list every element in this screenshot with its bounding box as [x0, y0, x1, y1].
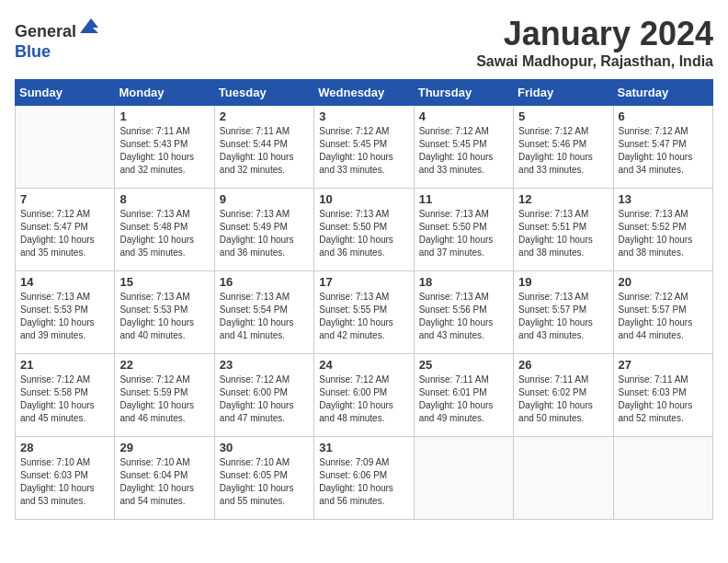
calendar-subtitle: Sawai Madhopur, Rajasthan, India: [476, 53, 713, 70]
day-info: Sunrise: 7:11 AM Sunset: 5:43 PM Dayligh…: [119, 125, 209, 177]
day-number: 19: [518, 275, 608, 289]
day-number: 22: [119, 358, 209, 372]
calendar-cell: 1Sunrise: 7:11 AM Sunset: 5:43 PM Daylig…: [115, 106, 214, 189]
day-info: Sunrise: 7:10 AM Sunset: 6:03 PM Dayligh…: [20, 456, 109, 508]
calendar-cell: 4Sunrise: 7:12 AM Sunset: 5:45 PM Daylig…: [414, 106, 513, 189]
day-number: 9: [220, 192, 309, 206]
day-number: 21: [20, 358, 109, 372]
weekday-header-monday: Monday: [115, 80, 214, 106]
day-info: Sunrise: 7:10 AM Sunset: 6:04 PM Dayligh…: [119, 456, 209, 508]
day-info: Sunrise: 7:12 AM Sunset: 5:45 PM Dayligh…: [419, 125, 508, 177]
calendar-cell: 11Sunrise: 7:13 AM Sunset: 5:50 PM Dayli…: [414, 189, 513, 271]
weekday-header-saturday: Saturday: [613, 80, 712, 106]
week-row-1: 7Sunrise: 7:12 AM Sunset: 5:47 PM Daylig…: [16, 189, 713, 271]
logo-general: General: [15, 22, 76, 40]
day-info: Sunrise: 7:13 AM Sunset: 5:54 PM Dayligh…: [220, 291, 309, 342]
calendar-cell: [514, 437, 613, 520]
day-number: 6: [619, 109, 708, 123]
day-number: 14: [20, 275, 109, 289]
weekday-header-friday: Friday: [514, 80, 613, 106]
day-number: 26: [518, 358, 608, 372]
day-info: Sunrise: 7:13 AM Sunset: 5:57 PM Dayligh…: [518, 291, 608, 342]
weekday-header-thursday: Thursday: [414, 80, 513, 106]
day-number: 23: [220, 358, 309, 372]
day-number: 16: [220, 275, 309, 289]
day-info: Sunrise: 7:12 AM Sunset: 5:58 PM Dayligh…: [20, 373, 109, 425]
logo: General Blue: [15, 15, 100, 62]
day-number: 20: [619, 275, 708, 289]
logo-blue: Blue: [15, 42, 51, 61]
calendar-cell: 14Sunrise: 7:13 AM Sunset: 5:53 PM Dayli…: [16, 271, 115, 354]
day-number: 4: [419, 109, 508, 123]
calendar-cell: 3Sunrise: 7:12 AM Sunset: 5:45 PM Daylig…: [314, 106, 414, 189]
calendar-cell: 31Sunrise: 7:09 AM Sunset: 6:06 PM Dayli…: [314, 437, 414, 520]
calendar-cell: 15Sunrise: 7:13 AM Sunset: 5:53 PM Dayli…: [115, 271, 214, 354]
day-number: 15: [119, 275, 209, 289]
calendar-cell: 19Sunrise: 7:13 AM Sunset: 5:57 PM Dayli…: [514, 271, 613, 354]
day-number: 2: [220, 109, 309, 123]
calendar-cell: 20Sunrise: 7:12 AM Sunset: 5:57 PM Dayli…: [613, 271, 712, 354]
day-info: Sunrise: 7:12 AM Sunset: 6:00 PM Dayligh…: [319, 373, 408, 425]
day-info: Sunrise: 7:12 AM Sunset: 5:57 PM Dayligh…: [619, 291, 708, 342]
day-info: Sunrise: 7:12 AM Sunset: 5:47 PM Dayligh…: [619, 125, 708, 177]
day-number: 10: [319, 192, 408, 206]
calendar-cell: 7Sunrise: 7:12 AM Sunset: 5:47 PM Daylig…: [16, 189, 115, 271]
calendar-cell: 13Sunrise: 7:13 AM Sunset: 5:52 PM Dayli…: [613, 189, 712, 271]
day-info: Sunrise: 7:13 AM Sunset: 5:53 PM Dayligh…: [20, 291, 109, 342]
day-info: Sunrise: 7:11 AM Sunset: 6:02 PM Dayligh…: [518, 373, 608, 425]
calendar-cell: 17Sunrise: 7:13 AM Sunset: 5:55 PM Dayli…: [314, 271, 414, 354]
weekday-header-tuesday: Tuesday: [214, 80, 313, 106]
calendar-cell: 25Sunrise: 7:11 AM Sunset: 6:01 PM Dayli…: [414, 354, 513, 437]
week-row-2: 14Sunrise: 7:13 AM Sunset: 5:53 PM Dayli…: [16, 271, 713, 354]
day-info: Sunrise: 7:12 AM Sunset: 5:59 PM Dayligh…: [119, 373, 209, 425]
calendar-cell: 8Sunrise: 7:13 AM Sunset: 5:48 PM Daylig…: [115, 189, 214, 271]
week-row-4: 28Sunrise: 7:10 AM Sunset: 6:03 PM Dayli…: [16, 437, 713, 520]
day-info: Sunrise: 7:13 AM Sunset: 5:50 PM Dayligh…: [419, 208, 508, 259]
calendar-cell: 10Sunrise: 7:13 AM Sunset: 5:50 PM Dayli…: [314, 189, 414, 271]
day-info: Sunrise: 7:11 AM Sunset: 6:01 PM Dayligh…: [419, 373, 508, 425]
calendar-cell: 12Sunrise: 7:13 AM Sunset: 5:51 PM Dayli…: [514, 189, 613, 271]
calendar-cell: [16, 106, 115, 189]
day-info: Sunrise: 7:11 AM Sunset: 6:03 PM Dayligh…: [619, 373, 708, 425]
svg-marker-0: [80, 18, 98, 33]
day-info: Sunrise: 7:10 AM Sunset: 6:05 PM Dayligh…: [220, 456, 309, 508]
day-number: 13: [619, 192, 708, 206]
calendar-cell: 29Sunrise: 7:10 AM Sunset: 6:04 PM Dayli…: [115, 437, 214, 520]
day-info: Sunrise: 7:11 AM Sunset: 5:44 PM Dayligh…: [220, 125, 309, 177]
calendar-cell: 16Sunrise: 7:13 AM Sunset: 5:54 PM Dayli…: [214, 271, 313, 354]
day-number: 3: [319, 109, 408, 123]
calendar-cell: 24Sunrise: 7:12 AM Sunset: 6:00 PM Dayli…: [314, 354, 414, 437]
day-number: 27: [619, 358, 708, 372]
calendar-body: 1Sunrise: 7:11 AM Sunset: 5:43 PM Daylig…: [16, 106, 713, 520]
calendar-cell: [414, 437, 513, 520]
weekday-header-sunday: Sunday: [16, 80, 115, 106]
page-header: General Blue January 2024 Sawai Madhopur…: [15, 15, 713, 70]
day-number: 1: [119, 109, 209, 123]
day-number: 25: [419, 358, 508, 372]
logo-icon: [78, 15, 100, 37]
week-row-3: 21Sunrise: 7:12 AM Sunset: 5:58 PM Dayli…: [16, 354, 713, 437]
day-number: 18: [419, 275, 508, 289]
day-number: 11: [419, 192, 508, 206]
calendar-cell: 6Sunrise: 7:12 AM Sunset: 5:47 PM Daylig…: [613, 106, 712, 189]
calendar-cell: [613, 437, 712, 520]
day-number: 30: [220, 441, 309, 454]
calendar-cell: 5Sunrise: 7:12 AM Sunset: 5:46 PM Daylig…: [514, 106, 613, 189]
calendar-cell: 30Sunrise: 7:10 AM Sunset: 6:05 PM Dayli…: [214, 437, 313, 520]
weekday-header-wednesday: Wednesday: [314, 80, 414, 106]
calendar-cell: 21Sunrise: 7:12 AM Sunset: 5:58 PM Dayli…: [16, 354, 115, 437]
day-number: 8: [119, 192, 209, 206]
calendar-cell: 23Sunrise: 7:12 AM Sunset: 6:00 PM Dayli…: [214, 354, 313, 437]
calendar-cell: 2Sunrise: 7:11 AM Sunset: 5:44 PM Daylig…: [214, 106, 313, 189]
calendar-cell: 9Sunrise: 7:13 AM Sunset: 5:49 PM Daylig…: [214, 189, 313, 271]
calendar-cell: 26Sunrise: 7:11 AM Sunset: 6:02 PM Dayli…: [514, 354, 613, 437]
calendar-cell: 18Sunrise: 7:13 AM Sunset: 5:56 PM Dayli…: [414, 271, 513, 354]
day-number: 24: [319, 358, 408, 372]
day-info: Sunrise: 7:13 AM Sunset: 5:55 PM Dayligh…: [319, 291, 408, 342]
day-info: Sunrise: 7:13 AM Sunset: 5:51 PM Dayligh…: [518, 208, 608, 259]
day-info: Sunrise: 7:09 AM Sunset: 6:06 PM Dayligh…: [319, 456, 408, 508]
day-info: Sunrise: 7:13 AM Sunset: 5:52 PM Dayligh…: [619, 208, 708, 259]
day-number: 31: [319, 441, 408, 454]
day-number: 17: [319, 275, 408, 289]
day-info: Sunrise: 7:12 AM Sunset: 6:00 PM Dayligh…: [220, 373, 309, 425]
